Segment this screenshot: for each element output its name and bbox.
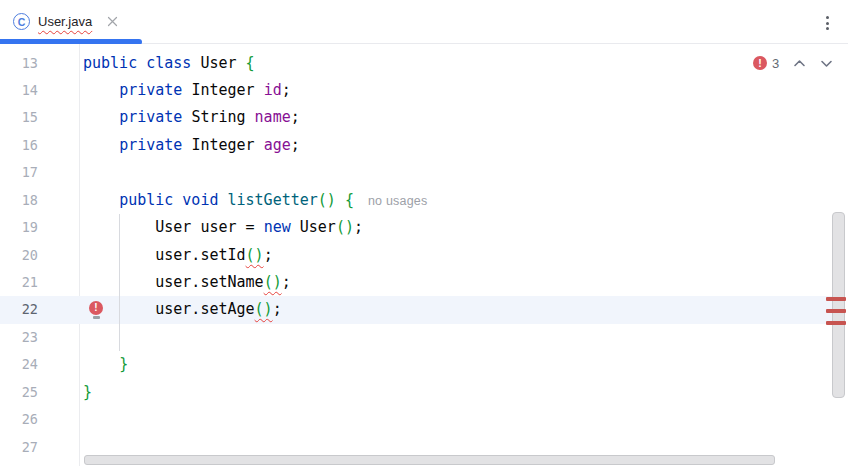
code-token: ; <box>291 108 300 126</box>
line-number[interactable]: 17 <box>0 159 38 186</box>
code-text: private String name; <box>83 104 300 131</box>
code-line[interactable]: 25} <box>0 379 832 406</box>
code-token: new <box>264 218 291 236</box>
code-line[interactable]: 18 public void listGetter() {no usages <box>0 187 832 214</box>
error-token: () <box>255 300 273 318</box>
code-token: ; <box>264 246 273 264</box>
code-token: user.setName <box>155 273 263 291</box>
code-text: public class User { <box>83 50 255 77</box>
code-line-current[interactable]: 22! user.setAge(); <box>0 296 832 323</box>
code-token: } <box>119 355 128 373</box>
editor-tab-bar: C User.java <box>0 0 848 44</box>
java-class-icon: C <box>13 13 30 30</box>
code-token: public class <box>83 54 200 72</box>
code-line[interactable]: 24 } <box>0 351 832 378</box>
error-stripe-mark[interactable] <box>826 297 846 302</box>
code-token <box>83 108 119 126</box>
vertical-scrollbar-thumb[interactable] <box>832 212 845 398</box>
code-token: User <box>200 54 245 72</box>
code-token <box>336 191 345 209</box>
code-line[interactable]: 13public class User { <box>0 50 832 77</box>
line-number[interactable]: 24 <box>0 351 38 378</box>
line-number[interactable]: 14 <box>0 77 38 104</box>
close-tab-icon[interactable] <box>107 16 118 27</box>
code-line[interactable]: 26 <box>0 406 832 433</box>
code-text: User user = new User(); <box>83 214 363 241</box>
line-number[interactable]: 21 <box>0 269 38 296</box>
indent-guide <box>119 214 120 351</box>
code-line[interactable]: 17 <box>0 159 832 186</box>
code-text: user.setAge(); <box>83 296 282 323</box>
code-token: listGetter <box>228 191 318 209</box>
code-token: () <box>336 218 354 236</box>
code-token: ; <box>291 136 300 154</box>
code-token: String <box>191 108 254 126</box>
error-stripe-mark[interactable] <box>826 321 846 326</box>
code-token: user.setAge <box>155 300 254 318</box>
inspections-widget[interactable]: ! 3 <box>753 55 833 71</box>
code-token: } <box>83 383 92 401</box>
code-token: { <box>345 191 354 209</box>
code-token: () <box>318 191 336 209</box>
code-text: private Integer id; <box>83 77 291 104</box>
inlay-hint-usages[interactable]: no usages <box>368 194 427 208</box>
ide-editor-window: C User.java 13public class User {14 priv… <box>0 0 848 466</box>
code-token: ; <box>282 273 291 291</box>
line-number[interactable]: 25 <box>0 379 38 406</box>
code-token: id <box>264 81 282 99</box>
code-line[interactable]: 23 <box>0 324 832 351</box>
code-text: user.setName(); <box>83 269 291 296</box>
line-number[interactable]: 22 <box>0 296 38 323</box>
error-badge-icon: ! <box>753 56 767 70</box>
code-token: name <box>255 108 291 126</box>
line-number[interactable]: 23 <box>0 324 38 351</box>
code-line[interactable]: 19 User user = new User(); <box>0 214 832 241</box>
code-token <box>83 136 119 154</box>
code-text: user.setId(); <box>83 242 273 269</box>
code-text: private Integer age; <box>83 132 300 159</box>
previous-error-icon[interactable] <box>793 59 806 68</box>
code-token: public void <box>119 191 227 209</box>
next-error-icon[interactable] <box>820 59 833 68</box>
code-line[interactable]: 16 private Integer age; <box>0 132 832 159</box>
line-number[interactable]: 15 <box>0 104 38 131</box>
tab-title: User.java <box>38 14 92 29</box>
code-text: public void listGetter() {no usages <box>83 187 427 215</box>
code-token: private <box>119 108 191 126</box>
line-number[interactable]: 20 <box>0 242 38 269</box>
code-token <box>83 191 119 209</box>
code-token: private <box>119 136 191 154</box>
error-token: () <box>246 246 264 264</box>
code-token: Integer <box>191 136 263 154</box>
code-token: ; <box>354 218 363 236</box>
code-token: ; <box>282 81 291 99</box>
code-token: age <box>264 136 291 154</box>
error-stripe-mark[interactable] <box>826 309 846 314</box>
code-text: } <box>83 351 128 378</box>
line-number[interactable]: 16 <box>0 132 38 159</box>
line-number[interactable]: 13 <box>0 50 38 77</box>
error-token: () <box>264 273 282 291</box>
line-number[interactable]: 26 <box>0 406 38 433</box>
code-token: User <box>291 218 336 236</box>
horizontal-scrollbar-thumb[interactable] <box>84 455 775 465</box>
code-text: } <box>83 379 92 406</box>
code-line[interactable]: 21 user.setName(); <box>0 269 832 296</box>
code-area: 13public class User {14 private Integer … <box>0 50 832 462</box>
line-number[interactable]: 19 <box>0 214 38 241</box>
line-number[interactable]: 18 <box>0 187 38 214</box>
code-token: Integer <box>191 81 263 99</box>
code-line[interactable]: 15 private String name; <box>0 104 832 131</box>
code-token: user.setId <box>155 246 245 264</box>
line-number[interactable]: 27 <box>0 434 38 461</box>
code-token: User user = <box>155 218 263 236</box>
more-options-icon[interactable] <box>824 14 831 32</box>
code-line[interactable]: 14 private Integer id; <box>0 77 832 104</box>
tab-user-java[interactable]: C User.java <box>0 0 142 43</box>
error-count: 3 <box>772 56 779 71</box>
code-token <box>83 355 119 373</box>
code-token: ; <box>273 300 282 318</box>
code-line[interactable]: 20 user.setId(); <box>0 242 832 269</box>
code-editor[interactable]: 13public class User {14 private Integer … <box>0 44 848 466</box>
code-token: { <box>246 54 255 72</box>
